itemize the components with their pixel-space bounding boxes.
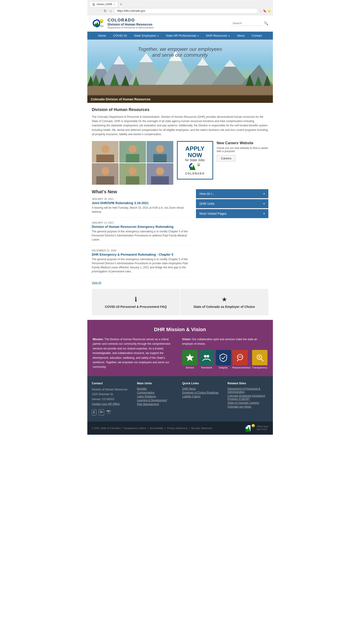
footer-contact-heading: Contact: [92, 382, 133, 385]
nav-covid19[interactable]: COVID-19: [110, 32, 130, 40]
instagram-link[interactable]: 📷: [106, 409, 111, 416]
footer-link-benefits[interactable]: Benefits: [137, 387, 178, 390]
nav-contact[interactable]: Contact: [248, 32, 266, 40]
footer-link-liability[interactable]: Liability Claims: [182, 395, 223, 398]
careers-button[interactable]: Careers: [217, 155, 236, 162]
back-btn[interactable]: ←: [89, 8, 95, 13]
svg-point-7: [101, 20, 103, 22]
nav-about[interactable]: About: [233, 32, 248, 40]
integrity-label: Integrity: [216, 366, 231, 369]
featured-box-employer[interactable]: ★ State of Colorado as Employer of Choic…: [180, 289, 268, 315]
footer-link-learning[interactable]: Learning & Development: [137, 399, 178, 402]
footer-transparency-link[interactable]: Transparency Online: [123, 427, 146, 430]
featured-label-1: State of Colorado as Employer of Choice: [193, 305, 255, 308]
linkedin-link[interactable]: in: [99, 409, 104, 416]
nav-state-employees[interactable]: State Employees ▾: [130, 32, 162, 40]
footer-link-dhr-news[interactable]: DHR News: [182, 387, 223, 390]
browser-chrome: 🏠 Home | DHR × + ← → ↻ ⌂ https://dhr.col…: [87, 0, 273, 15]
footer-main: Contact Division of Human Resources 1525…: [87, 376, 273, 422]
responsiveness-icon-box: [232, 350, 248, 365]
footer-accessibility-link[interactable]: Accessibility: [150, 427, 163, 430]
apply-colorado-text: COLORADO: [181, 172, 209, 175]
svg-point-35: [101, 145, 109, 153]
hero-text: Together, we empower our employees and s…: [87, 46, 273, 58]
svg-rect-51: [151, 176, 169, 184]
footer-link-cseap[interactable]: Colorado Employee Assistance Program (CS…: [228, 394, 268, 400]
footer-privacy-link[interactable]: Privacy Statement: [167, 427, 187, 430]
footer-link-labor[interactable]: Labor Relations: [137, 395, 178, 398]
refresh-btn[interactable]: ↻: [103, 8, 108, 14]
svg-point-66: [241, 356, 242, 358]
footer-link-state-careers[interactable]: State of Colorado Careers: [228, 401, 268, 404]
svg-point-65: [240, 356, 240, 358]
value-transparency: Transparency: [252, 350, 267, 369]
footer-colorado-logo: Official StateWeb Portal: [244, 424, 268, 433]
home-btn[interactable]: ⌂: [109, 8, 113, 13]
svg-rect-42: [153, 154, 167, 162]
for-state-jobs: for State Jobs: [181, 158, 209, 162]
news-link-1[interactable]: Division of Human Resources Emergency Ru…: [92, 225, 174, 228]
forward-btn[interactable]: →: [96, 8, 101, 13]
photo-cell-3: [147, 141, 173, 162]
nav-home[interactable]: Home: [95, 32, 110, 40]
accordion-most-visited[interactable]: Most Visited Pages ▾: [196, 209, 268, 218]
news-link-0[interactable]: Joint DHR/SPB Rulemaking 3-16-2021: [92, 201, 149, 205]
accordion-label-0: How do I...: [200, 192, 215, 196]
news-link-2[interactable]: DHR Emergency & Permanent Rulemaking - C…: [92, 253, 173, 256]
svg-point-50: [156, 167, 164, 175]
featured-boxes: ℹ COVID-19 Personnel & Procurement FAQ ★…: [92, 289, 268, 315]
footer-security-link[interactable]: Security Statement: [191, 427, 212, 430]
contact-hr-link[interactable]: Contact your HR Office: [92, 402, 133, 407]
accordion-how-do-i[interactable]: How do I... ▾: [196, 189, 268, 198]
service-label: Service: [182, 366, 198, 369]
footer-cols: Contact Division of Human Resources 1525…: [92, 382, 268, 416]
view-all: View All: [92, 281, 191, 284]
value-service: Service: [182, 350, 198, 369]
mission-body: The Division of Human Resources serves a…: [93, 338, 171, 368]
mission-left: Mission: The Division of Human Resources…: [93, 337, 175, 369]
news-title-1: Division of Human Resources Emergency Ru…: [92, 225, 191, 228]
footer-link-risk[interactable]: Risk Management: [137, 402, 178, 406]
footer-link-dpa[interactable]: Department of Personnel & Administration: [228, 387, 268, 394]
news-desc-1: The general purpose of this emergency ru…: [92, 230, 191, 242]
mission-content: Mission: The Division of Human Resources…: [93, 337, 267, 369]
browser-tab[interactable]: 🏠 Home | DHR ×: [89, 1, 118, 7]
photo-apply-section: APPLY NOW for State Jobs COLORADO New Ca…: [92, 141, 268, 185]
value-integrity: Integrity: [216, 350, 231, 369]
accordion-dhr-units[interactable]: DHR Units ▾: [196, 199, 268, 208]
mission-label: Mission:: [93, 338, 104, 341]
nav-dhr-resources[interactable]: DHR Resources ▾: [202, 32, 233, 40]
photo-cell-6: [147, 163, 173, 185]
tab-close-btn[interactable]: ×: [113, 2, 115, 6]
tab-favicon: 🏠: [92, 3, 96, 6]
svg-rect-36: [96, 154, 114, 162]
svg-point-61: [204, 355, 207, 358]
footer-link-co-news[interactable]: Colorado.gov News: [228, 405, 268, 408]
new-tab-btn[interactable]: +: [120, 2, 122, 6]
footer-link-compensation[interactable]: Compensation: [137, 391, 178, 394]
svg-point-47: [129, 167, 136, 175]
featured-box-covid[interactable]: ℹ COVID-19 Personnel & Procurement FAQ: [92, 289, 180, 315]
careers-title: New Careers Website: [217, 141, 268, 145]
search-input[interactable]: [231, 20, 262, 26]
search-button[interactable]: 🔍: [264, 21, 268, 26]
value-teamwork: Teamwork: [199, 350, 214, 369]
chevron-icon-1: ▾: [263, 202, 265, 205]
address-bar[interactable]: https://dhr.colorado.gov: [114, 8, 258, 14]
facebook-link[interactable]: f: [92, 409, 96, 416]
news-desc-2: The general purpose of this emergency ru…: [92, 257, 191, 274]
logo-dept: Division of Human Resources: [108, 22, 154, 26]
view-all-link[interactable]: View All: [92, 281, 101, 284]
photo-cell-2: [119, 141, 146, 162]
integrity-icon-box: [216, 350, 231, 365]
value-responsiveness: Responsiveness: [232, 350, 251, 369]
mission-text: Mission: The Division of Human Resources…: [93, 337, 175, 369]
nav-state-hr[interactable]: State HR Professionals ▾: [162, 32, 202, 40]
footer-contact: Contact Division of Human Resources 1525…: [92, 382, 133, 416]
contact-city: Denver, CO 80203: [92, 398, 114, 401]
whats-new: What's New JANUARY 29, 2021 Joint DHR/SP…: [92, 189, 191, 284]
values-icons: Service Teamwork Integrity: [182, 350, 267, 369]
svg-point-78: [252, 425, 254, 426]
footer-link-employer-choice[interactable]: Employer of Choice Roadmap: [182, 391, 223, 394]
news-title-2: DHR Emergency & Permanent Rulemaking - C…: [92, 253, 191, 256]
